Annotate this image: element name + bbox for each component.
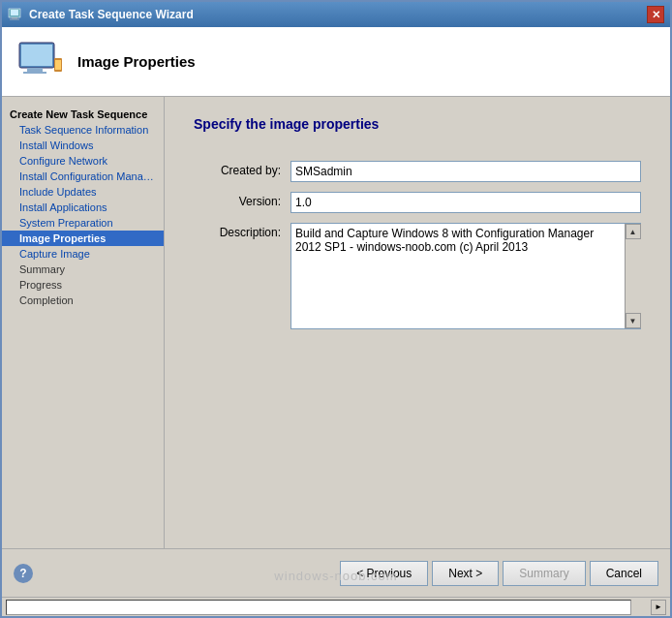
description-textarea-wrapper: Build and Capture Windows 8 with Configu… [290,223,641,329]
version-input[interactable] [290,192,641,213]
form-table: Created by: Version: Description: Build … [194,161,641,329]
svg-rect-9 [55,60,61,70]
sidebar-item-include-updates[interactable]: Include Updates [2,184,164,200]
wizard-window: Create Task Sequence Wizard ✕ Image Prop… [0,0,672,618]
sidebar-item-progress: Progress [2,277,164,293]
content-title: Specify the image properties [194,116,641,132]
sidebar-item-configure-network[interactable]: Configure Network [2,153,164,169]
scrollbar-up-button[interactable]: ▲ [626,224,641,239]
description-scrollbar[interactable]: ▲ ▼ [625,224,640,328]
title-bar: Create Task Sequence Wizard ✕ [2,2,670,27]
header-title: Image Properties [77,53,196,70]
created-by-row: Created by: [194,161,641,182]
footer: ? < Previous Next > Summary Cancel [2,548,670,597]
sidebar-item-install-applications[interactable]: Install Applications [2,200,164,215]
created-by-input[interactable] [290,161,641,182]
sidebar-item-install-windows[interactable]: Install Windows [2,138,164,153]
sidebar-item-image-properties[interactable]: Image Properties [2,231,164,246]
next-button[interactable]: Next > [432,561,499,586]
svg-rect-5 [21,45,52,66]
description-input[interactable]: Build and Capture Windows 8 with Configu… [291,224,625,328]
sidebar-item-task-sequence-information[interactable]: Task Sequence Information [2,122,164,138]
version-label: Version: [194,192,290,208]
scrollbar-track [626,239,641,313]
statusbar-inner [6,600,631,615]
footer-buttons: < Previous Next > Summary Cancel [340,561,658,586]
description-row: Description: Build and Capture Windows 8… [194,223,641,329]
content-panel: Specify the image properties Created by:… [165,97,670,548]
sidebar-item-install-configuration-manager[interactable]: Install Configuration Manag... [2,169,164,184]
header-panel: Image Properties [2,27,670,97]
title-bar-left: Create Task Sequence Wizard [8,7,194,22]
sidebar-item-completion: Completion [2,293,164,308]
summary-button: Summary [503,561,585,586]
sidebar-item-summary: Summary [2,262,164,277]
svg-rect-3 [10,19,19,20]
title-bar-text: Create Task Sequence Wizard [29,8,194,21]
sidebar-section-label: Create New Task Sequence [2,105,164,122]
sidebar: Create New Task Sequence Task Sequence I… [2,97,165,548]
scrollbar-down-button[interactable]: ▼ [626,313,641,328]
description-label: Description: [194,223,290,239]
statusbar: ► [2,597,670,616]
wizard-title-icon [8,7,23,22]
cancel-button[interactable]: Cancel [590,561,658,586]
svg-rect-7 [23,72,46,74]
main-content: Create New Task Sequence Task Sequence I… [2,97,670,548]
statusbar-arrow[interactable]: ► [651,600,666,615]
version-row: Version: [194,192,641,213]
header-icon [17,39,64,85]
created-by-label: Created by: [194,161,290,177]
footer-left: ? [14,564,33,583]
close-button[interactable]: ✕ [647,6,664,23]
previous-button[interactable]: < Previous [340,561,428,586]
svg-rect-2 [12,17,17,19]
sidebar-item-system-preparation[interactable]: System Preparation [2,215,164,231]
help-button[interactable]: ? [14,564,33,583]
sidebar-item-capture-image[interactable]: Capture Image [2,246,164,262]
svg-rect-1 [11,10,18,15]
svg-rect-6 [27,68,43,72]
